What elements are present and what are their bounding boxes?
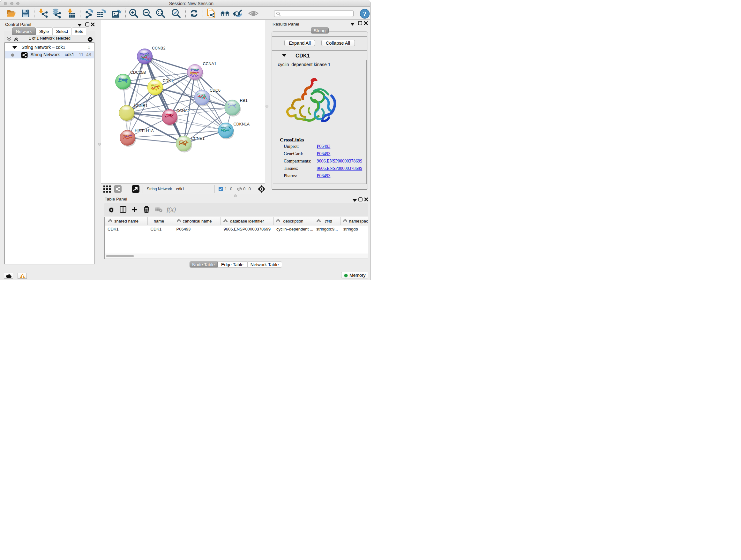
svg-text:?: ? [363,10,367,18]
svg-text:CDKN1A: CDKN1A [233,122,250,126]
svg-text:CDK1: CDK1 [163,78,173,83]
svg-text:CCNB2: CCNB2 [152,46,165,51]
svg-text:CDC6: CDC6 [210,88,220,92]
svg-text:RB1: RB1 [240,98,248,103]
svg-text:CCNE1: CCNE1 [191,136,205,141]
svg-text:CCNB1: CCNB1 [134,104,147,108]
svg-text:CCNA1: CCNA1 [203,62,216,66]
svg-text:CCNA2: CCNA2 [177,109,190,113]
svg-text:HIST1H1A: HIST1H1A [135,129,154,133]
svg-text:CDC25B: CDC25B [130,70,146,75]
